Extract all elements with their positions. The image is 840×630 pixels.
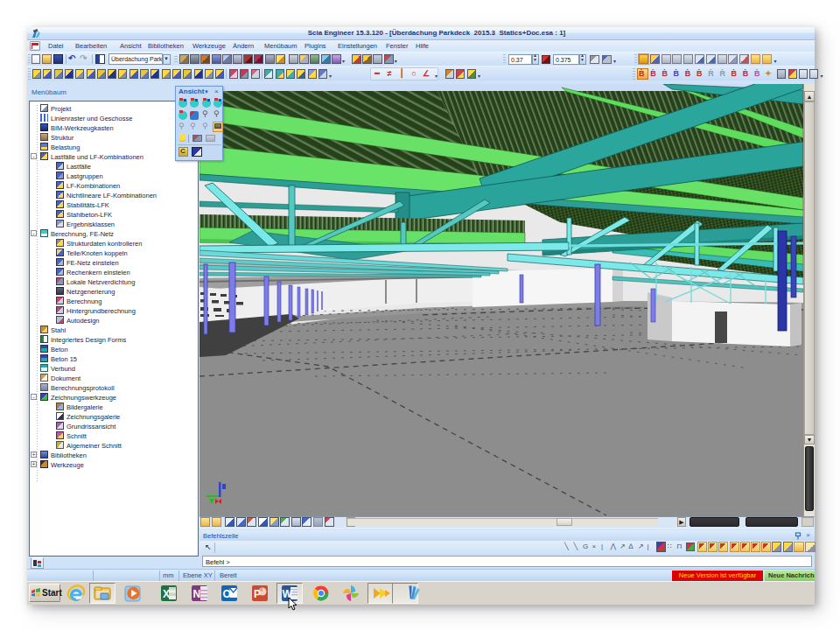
svg-text:N: N [193,588,201,600]
svg-text:P: P [254,588,261,600]
svg-text:X: X [163,588,170,600]
svg-text:O: O [223,588,231,600]
